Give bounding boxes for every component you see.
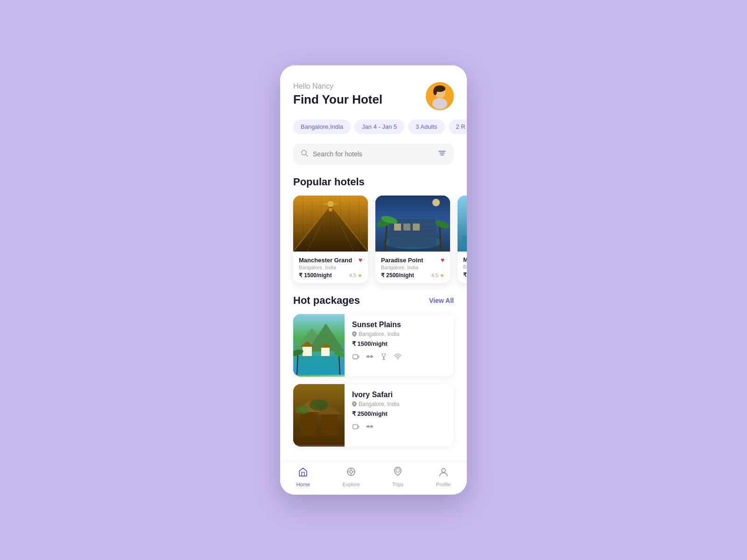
location-icon-1 [352, 331, 357, 337]
popular-hotels-title: Popular hotels [280, 176, 467, 196]
nav-label-explore: Explore [343, 482, 360, 487]
hotel-info-1: Manchester Grand ♥ Bangalore, India ₹ 15… [293, 252, 368, 283]
svg-point-76 [350, 470, 352, 473]
svg-line-28 [440, 226, 441, 252]
svg-rect-23 [403, 224, 410, 231]
svg-line-6 [306, 154, 308, 156]
svg-line-14 [307, 205, 331, 252]
svg-point-66 [296, 405, 310, 414]
pool-svg [458, 196, 467, 252]
amenity-coffee-2 [352, 423, 359, 432]
svg-rect-52 [372, 356, 373, 357]
svg-line-13 [331, 205, 368, 252]
chip-rooms[interactable]: 2 R [449, 119, 467, 134]
svg-rect-57 [383, 357, 384, 359]
search-input[interactable] [313, 150, 433, 158]
package-name-1: Sunset Plains [352, 321, 446, 329]
svg-rect-53 [368, 355, 369, 358]
coffee-icon [352, 353, 359, 360]
hotel-rating-2: 4.5 ★ [431, 273, 444, 279]
hotel-card-3[interactable]: Mandar Bangalo ₹ 3000/ [458, 196, 467, 283]
svg-rect-22 [394, 224, 401, 231]
phone-frame: Hello Nancy Find Your Hotel [280, 65, 467, 495]
package-card-2[interactable]: Ivory Safari Bangalore, India ₹ 2500/nig… [293, 384, 454, 447]
svg-rect-54 [371, 355, 372, 358]
heart-icon-2[interactable]: ♥ [441, 256, 444, 264]
corridor-svg [293, 196, 368, 252]
package-info-1: Sunset Plains Bangalore, India ₹ 1500/ni… [345, 314, 454, 377]
nav-label-profile: Profile [436, 482, 451, 487]
main-title: Find Your Hotel [293, 92, 382, 107]
filter-icon[interactable] [438, 149, 446, 159]
amenities-2 [352, 423, 446, 432]
search-svg [301, 149, 308, 157]
svg-rect-72 [371, 425, 372, 428]
chip-guests[interactable]: 3 Adults [408, 119, 444, 134]
nav-item-home[interactable]: Home [289, 463, 317, 491]
hotel-price-row-1: ₹ 1500/night 4.5 ★ [299, 272, 362, 279]
hotel-card-2[interactable]: Paradise Point ♥ Bangalore, India ₹ 2500… [375, 196, 450, 283]
avatar[interactable] [426, 82, 454, 110]
nav-label-trips: Trips [392, 482, 403, 487]
avatar-svg [426, 82, 454, 110]
hotel-img-3 [458, 196, 467, 252]
nav-item-trips[interactable]: Trips [385, 463, 411, 491]
svg-marker-56 [382, 354, 386, 357]
svg-point-65 [310, 399, 328, 411]
profile-icon [438, 467, 449, 480]
hotel-name-row-2: Paradise Point ♥ [381, 256, 444, 264]
hotel-price-row-2: ₹ 2500/night 4.5 ★ [381, 272, 444, 279]
svg-rect-68 [353, 425, 358, 429]
package-name-2: Ivory Safari [352, 391, 446, 399]
svg-rect-41 [303, 347, 312, 356]
gym-icon-2 [366, 423, 374, 430]
svg-rect-74 [302, 472, 304, 476]
svg-rect-36 [462, 235, 467, 252]
svg-rect-49 [353, 355, 358, 359]
svg-rect-51 [366, 356, 368, 357]
heart-icon-1[interactable]: ♥ [359, 256, 362, 264]
nav-item-profile[interactable]: Profile [429, 463, 458, 491]
home-svg [298, 467, 308, 477]
nav-item-explore[interactable]: Explore [335, 463, 367, 491]
svg-point-1 [432, 98, 447, 109]
hotel-img-1 [293, 196, 368, 252]
svg-rect-73 [369, 426, 371, 427]
filter-svg [438, 149, 446, 157]
svg-rect-40 [298, 356, 340, 375]
svg-point-4 [433, 88, 437, 95]
gym-icon [366, 353, 374, 360]
packages-title: Hot packages [293, 294, 360, 307]
hotel-price-row-3: ₹ 3000/ [463, 272, 467, 278]
hotel-price-3: ₹ 3000/ [463, 272, 467, 278]
hotel-name-row-3: Mandar [463, 256, 467, 263]
header-text: Hello Nancy Find Your Hotel [293, 82, 382, 107]
home-icon [298, 467, 308, 480]
package-price-1: ₹ 1500/night [352, 340, 446, 347]
tropical-svg [293, 314, 345, 375]
hotels-scroll: Manchester Grand ♥ Bangalore, India ₹ 15… [280, 196, 467, 294]
package-card-1[interactable]: Sunset Plains Bangalore, India ₹ 1500/ni… [293, 314, 454, 377]
package-location-1: Bangalore, India [352, 331, 446, 337]
avatar-image [426, 82, 454, 110]
package-price-2: ₹ 2500/night [352, 410, 446, 417]
svg-rect-58 [382, 359, 385, 360]
package-img-1 [293, 314, 345, 377]
svg-rect-10 [293, 196, 368, 252]
hotel-location-2: Bangalore, India [381, 265, 444, 270]
coffee-icon-2 [352, 423, 359, 430]
package-img-2 [293, 384, 345, 447]
view-all-button[interactable]: View All [429, 297, 454, 304]
chip-location[interactable]: Bangalore,India [293, 119, 351, 134]
svg-rect-71 [368, 425, 369, 428]
svg-point-81 [442, 469, 445, 472]
amenity-bar [380, 353, 388, 362]
safari-svg [293, 384, 345, 445]
palm-svg [375, 196, 450, 252]
greeting-text: Hello Nancy [293, 82, 382, 91]
hotel-card-1[interactable]: Manchester Grand ♥ Bangalore, India ₹ 15… [293, 196, 368, 283]
svg-point-17 [329, 208, 332, 211]
chip-dates[interactable]: Jan 4 - Jan 5 [354, 119, 404, 134]
amenity-wifi [394, 353, 402, 362]
package-info-2: Ivory Safari Bangalore, India ₹ 2500/nig… [345, 384, 454, 447]
